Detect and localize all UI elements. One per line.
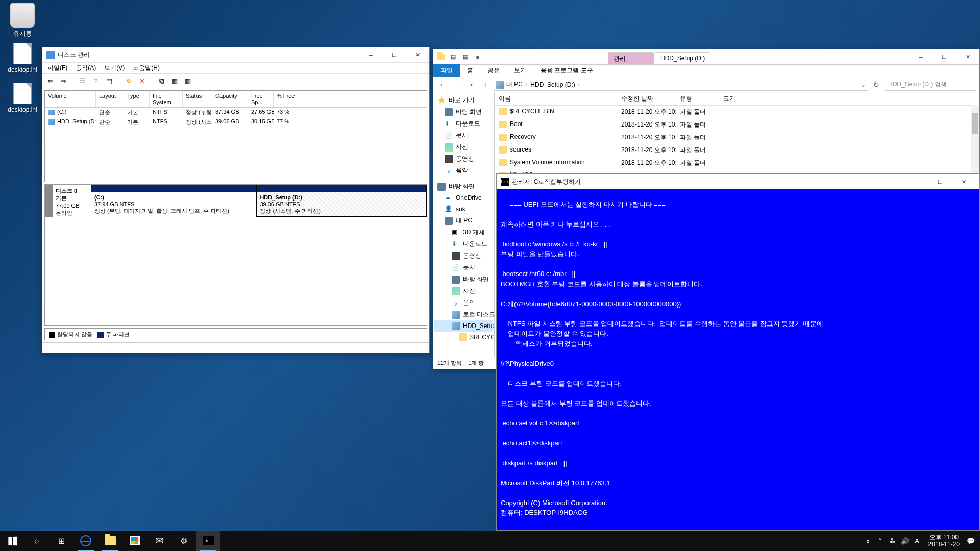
address-dropdown-icon[interactable]: ⌄ xyxy=(861,81,866,88)
ribbon-context-manage[interactable]: 관리 xyxy=(608,52,654,64)
scrollbar-thumb[interactable] xyxy=(972,113,978,134)
tree-music[interactable]: ♪음악 xyxy=(434,165,493,177)
taskbar-settings[interactable]: ⚙ xyxy=(172,531,196,551)
tree-videos[interactable]: 동영상 xyxy=(434,153,493,165)
tree-thispc[interactable]: 내 PC xyxy=(434,215,493,227)
menu-help[interactable]: 도움말(H) xyxy=(130,63,163,73)
tray-people-icon[interactable]: ⩇ xyxy=(862,531,874,551)
nav-forward-icon[interactable]: → xyxy=(451,79,463,91)
disk-management-window[interactable]: 디스크 관리 ─ ☐ ✕ 파일(F) 동작(A) 보기(V) 도움말(H) ⇐ … xyxy=(42,47,430,353)
col-type[interactable]: Type xyxy=(124,91,150,107)
col-fs[interactable]: File System xyxy=(150,91,183,107)
tray-network-icon[interactable]: 🖧 xyxy=(887,531,899,551)
maximize-button[interactable]: ☐ xyxy=(928,174,952,189)
menu-action[interactable]: 동작(A) xyxy=(72,63,99,73)
close-button[interactable]: ✕ xyxy=(956,49,979,64)
ribbon-apps[interactable]: 응용 프로그램 도구 xyxy=(533,64,600,77)
toolbar-forward-icon[interactable]: ⇒ xyxy=(58,76,69,87)
col-type[interactable]: 유형 xyxy=(676,92,719,105)
tree-recycle-sub[interactable]: $RECYCLE. xyxy=(434,332,493,343)
taskbar-store[interactable] xyxy=(122,531,147,551)
breadcrumb-pc[interactable]: 내 PC xyxy=(506,80,528,89)
col-status[interactable]: Status xyxy=(183,91,212,107)
tree-pictures[interactable]: 사진 xyxy=(434,141,493,153)
partition-d[interactable]: HDD_Setup (D:) 39.06 GB NTFS 정상 (시스템, 주 … xyxy=(256,185,427,217)
tray-notifications-icon[interactable]: 💬 xyxy=(965,531,977,551)
file-row[interactable]: Recovery2018-11-20 오후 10:45파일 폴더 xyxy=(495,131,979,144)
taskview-button[interactable]: ⊞ xyxy=(49,531,74,551)
tray-ime-icon[interactable]: A xyxy=(911,531,923,551)
toolbar-list-icon[interactable]: ☰ xyxy=(77,76,88,87)
tree-music2[interactable]: ♪음악 xyxy=(434,297,493,309)
tree-desktop-root[interactable]: 바탕 화면 xyxy=(434,181,493,192)
nav-up-icon[interactable]: ↑ xyxy=(479,79,492,91)
ribbon-view[interactable]: 보기 xyxy=(507,64,533,77)
taskbar-edge[interactable] xyxy=(74,531,98,551)
toolbar-view-icon[interactable]: ▤ xyxy=(104,76,115,87)
ribbon-share[interactable]: 공유 xyxy=(480,64,507,77)
tree-desktop3[interactable]: 바탕 화면 xyxy=(434,273,493,285)
col-pct[interactable]: % Free xyxy=(274,91,299,107)
file-row[interactable]: Boot2018-11-20 오후 10:44파일 폴더 xyxy=(495,118,979,131)
toolbar-scheme-icon[interactable]: ▥ xyxy=(182,76,193,87)
maximize-button[interactable]: ☐ xyxy=(933,49,956,64)
toolbar-new-icon[interactable]: ▦ xyxy=(169,76,180,87)
nav-refresh-icon[interactable]: ↻ xyxy=(870,79,883,91)
col-name[interactable]: 이름 xyxy=(495,92,617,105)
disk-mgmt-titlebar[interactable]: 디스크 관리 ─ ☐ ✕ xyxy=(42,47,429,63)
tree-videos2[interactable]: 동영상 xyxy=(434,250,493,262)
tray-up-icon[interactable]: ˄ xyxy=(874,531,887,551)
col-free[interactable]: Free Sp... xyxy=(248,91,274,107)
cmd-titlebar[interactable]: C:\ 관리자: C로직접부팅하기 ─ ☐ ✕ xyxy=(497,174,979,189)
qat-dropdown-icon[interactable]: ≡ xyxy=(472,52,483,63)
tree-documents[interactable]: 📄문서 xyxy=(434,130,493,141)
show-desktop-button[interactable] xyxy=(977,531,980,551)
volume-row[interactable]: HDD_Setup (D:) 단순 기본 NTFS 정상 (시스... 39.0… xyxy=(45,117,427,127)
toolbar-delete-icon[interactable]: ✕ xyxy=(136,76,148,87)
taskbar-clock[interactable]: 오후 11:00 2018-11-20 xyxy=(923,534,965,548)
tree-cdrive[interactable]: 로컬 디스크 xyxy=(434,309,493,320)
qat-properties-icon[interactable]: ▤ xyxy=(448,52,459,63)
close-button[interactable]: ✕ xyxy=(406,47,429,62)
tree-ddrive[interactable]: HDD_Setup xyxy=(434,320,493,332)
file-row[interactable]: sources2018-11-20 오후 10:31파일 폴더 xyxy=(495,144,979,157)
tree-downloads2[interactable]: ⬇다운로드 xyxy=(434,238,493,250)
toolbar-help-icon[interactable]: ? xyxy=(90,76,102,87)
col-layout[interactable]: Layout xyxy=(96,91,124,107)
maximize-button[interactable]: ☐ xyxy=(382,47,406,62)
cmd-output[interactable]: === UEFI 모드에서는 실행하지 마시기 바랍니다 === 계속하려면 아… xyxy=(497,189,979,530)
tree-onedrive[interactable]: ☁OneDrive xyxy=(434,192,493,204)
col-volume[interactable]: Volume xyxy=(45,91,96,107)
tree-pictures2[interactable]: 사진 xyxy=(434,285,493,297)
toolbar-refresh-icon[interactable]: ↻ xyxy=(123,76,134,87)
nav-back-icon[interactable]: ← xyxy=(436,79,449,91)
col-size[interactable]: 크기 xyxy=(719,92,755,105)
desktop-ini-1[interactable]: desktop.ini xyxy=(3,43,42,73)
tree-documents2[interactable]: 📄문서 xyxy=(434,262,493,273)
cmd-window[interactable]: C:\ 관리자: C로직접부팅하기 ─ ☐ ✕ === UEFI 모드에서는 실… xyxy=(496,173,980,531)
nav-recent-icon[interactable]: ▾ xyxy=(465,79,477,91)
menu-file[interactable]: 파일(F) xyxy=(44,63,70,73)
breadcrumb-loc[interactable]: HDD_Setup (D:) xyxy=(530,81,581,88)
tree-downloads[interactable]: ⬇다운로드 xyxy=(434,118,493,130)
taskbar-explorer[interactable] xyxy=(98,531,122,551)
desktop-ini-2[interactable]: desktop.ini xyxy=(3,83,42,113)
tray-volume-icon[interactable]: 🔊 xyxy=(899,531,911,551)
ribbon-file[interactable]: 파일 xyxy=(433,64,460,77)
start-button[interactable] xyxy=(0,531,24,551)
toolbar-check-icon[interactable]: ▧ xyxy=(156,76,167,87)
close-button[interactable]: ✕ xyxy=(952,174,975,189)
address-bar[interactable]: 내 PC HDD_Setup (D:) ⌄ xyxy=(494,79,868,91)
tree-quick-access[interactable]: 바로 가기 xyxy=(434,94,493,106)
ribbon-home[interactable]: 홈 xyxy=(460,64,480,77)
minimize-button[interactable]: ─ xyxy=(905,174,928,189)
tree-user[interactable]: 👤suk xyxy=(434,204,493,215)
taskbar-cmd[interactable]: >_ xyxy=(196,531,220,551)
file-row[interactable]: System Volume Information2018-11-20 오후 1… xyxy=(495,157,979,169)
volume-row[interactable]: (C:) 단순 기본 NTFS 정상 (부팅... 37.94 GB 27.65… xyxy=(45,108,427,117)
col-capacity[interactable]: Capacity xyxy=(212,91,248,107)
tree-3d[interactable]: ▣3D 개체 xyxy=(434,227,493,238)
explorer-titlebar[interactable]: ▤ ▦ ≡ 관리 HDD_Setup (D:) ─ ☐ ✕ xyxy=(433,49,979,65)
minimize-button[interactable]: ─ xyxy=(909,49,933,64)
qat-folder-icon[interactable] xyxy=(435,52,447,63)
